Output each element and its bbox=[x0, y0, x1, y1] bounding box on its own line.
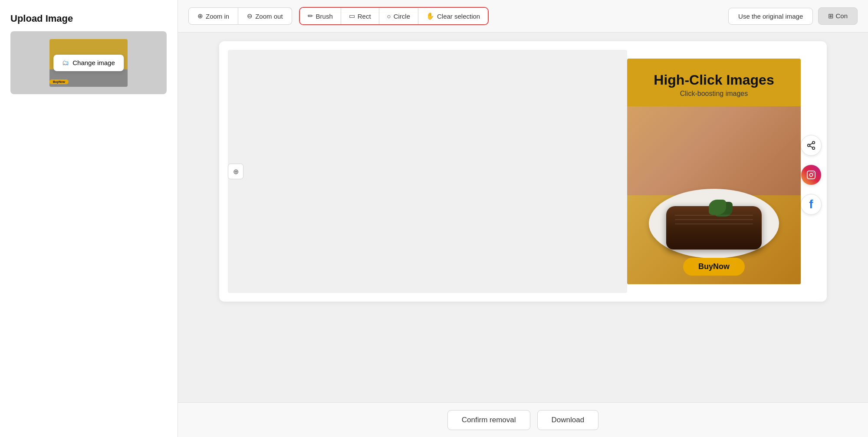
preview-ad-bottom: BuyNow bbox=[49, 69, 128, 87]
log-line-3 bbox=[675, 223, 753, 224]
facebook-button[interactable]: f bbox=[801, 194, 822, 215]
main-content: ⊕ Zoom in ⊖ Zoom out ✏ Brush ▭ Rect ○ Ci… bbox=[178, 0, 868, 437]
selection-tool-group: ✏ Brush ▭ Rect ○ Circle ✋ Clear selectio… bbox=[299, 7, 489, 25]
svg-line-3 bbox=[810, 146, 812, 148]
center-icon: ⊕ bbox=[233, 168, 239, 176]
bottom-bar: Confirm removal Download bbox=[178, 402, 868, 437]
brush-icon: ✏ bbox=[308, 12, 313, 20]
change-image-button[interactable]: 🗂 Change image bbox=[53, 55, 124, 71]
toolbar: ⊕ Zoom in ⊖ Zoom out ✏ Brush ▭ Rect ○ Ci… bbox=[178, 0, 868, 33]
center-position-button[interactable]: ⊕ bbox=[228, 164, 243, 179]
canvas-area: ⊕ High-Click Images Click-boosting image… bbox=[178, 33, 868, 402]
instagram-button[interactable] bbox=[801, 164, 822, 185]
share-button[interactable] bbox=[801, 135, 822, 156]
preview-buy-btn: BuyNow bbox=[49, 79, 69, 84]
circle-icon: ○ bbox=[387, 13, 391, 20]
circle-button[interactable]: ○ Circle bbox=[379, 8, 418, 24]
confirm-removal-button[interactable]: Confirm removal bbox=[447, 410, 530, 430]
social-icons-panel: f bbox=[801, 135, 822, 215]
ad-photo-section: BuyNow bbox=[627, 106, 801, 284]
image-preview-box: High-Click Images Click-boosting images … bbox=[10, 31, 167, 94]
confirm-removal-label: Confirm removal bbox=[462, 416, 516, 424]
operation-button[interactable]: ⊞ Con bbox=[818, 7, 858, 25]
holly-decoration bbox=[709, 200, 726, 215]
zoom-out-label: Zoom out bbox=[255, 13, 283, 20]
sidebar: Upload Image High-Click Images Click-boo… bbox=[0, 0, 178, 437]
zoom-out-icon: ⊖ bbox=[247, 12, 253, 20]
clear-selection-icon: ✋ bbox=[426, 12, 434, 20]
ad-image-panel: High-Click Images Click-boosting images bbox=[627, 59, 801, 284]
zoom-in-icon: ⊕ bbox=[197, 12, 203, 20]
operation-label: Con bbox=[835, 12, 848, 20]
operation-icon: ⊞ bbox=[828, 12, 834, 20]
brush-label: Brush bbox=[316, 13, 333, 20]
change-image-label: Change image bbox=[72, 59, 115, 66]
canvas-workspace[interactable] bbox=[228, 50, 627, 293]
svg-line-4 bbox=[810, 143, 812, 145]
folder-icon: 🗂 bbox=[62, 59, 69, 67]
rect-button[interactable]: ▭ Rect bbox=[341, 8, 379, 24]
log-texture bbox=[675, 215, 753, 224]
download-label: Download bbox=[552, 416, 585, 424]
ad-main-title: High-Click Images bbox=[654, 72, 774, 88]
image-preview-inner: High-Click Images Click-boosting images … bbox=[10, 31, 167, 94]
zoom-tool-group: ⊕ Zoom in ⊖ Zoom out bbox=[188, 7, 292, 25]
brush-button[interactable]: ✏ Brush bbox=[300, 8, 341, 24]
ad-subtitle: Click-boosting images bbox=[680, 90, 748, 98]
log-line-2 bbox=[675, 219, 753, 220]
zoom-out-button[interactable]: ⊖ Zoom out bbox=[238, 7, 292, 25]
log-line-1 bbox=[675, 215, 753, 216]
facebook-letter: f bbox=[809, 198, 813, 210]
clear-selection-button[interactable]: ✋ Clear selection bbox=[418, 8, 488, 24]
rect-label: Rect bbox=[358, 13, 371, 20]
download-button[interactable]: Download bbox=[537, 410, 599, 430]
zoom-in-button[interactable]: ⊕ Zoom in bbox=[188, 7, 238, 25]
ad-top-section: High-Click Images Click-boosting images bbox=[627, 59, 801, 106]
sidebar-title: Upload Image bbox=[10, 13, 167, 24]
chocolate-log bbox=[666, 206, 762, 250]
use-original-label: Use the original image bbox=[738, 13, 803, 20]
use-original-image-button[interactable]: Use the original image bbox=[728, 8, 813, 25]
svg-rect-5 bbox=[807, 171, 815, 179]
toolbar-right: Use the original image ⊞ Con bbox=[728, 7, 858, 25]
buy-now-badge: BuyNow bbox=[683, 258, 745, 276]
circle-label: Circle bbox=[394, 13, 410, 20]
clear-selection-label: Clear selection bbox=[437, 13, 480, 20]
canvas-container: ⊕ High-Click Images Click-boosting image… bbox=[219, 41, 827, 302]
rect-icon: ▭ bbox=[349, 12, 355, 20]
zoom-in-label: Zoom in bbox=[206, 13, 229, 20]
